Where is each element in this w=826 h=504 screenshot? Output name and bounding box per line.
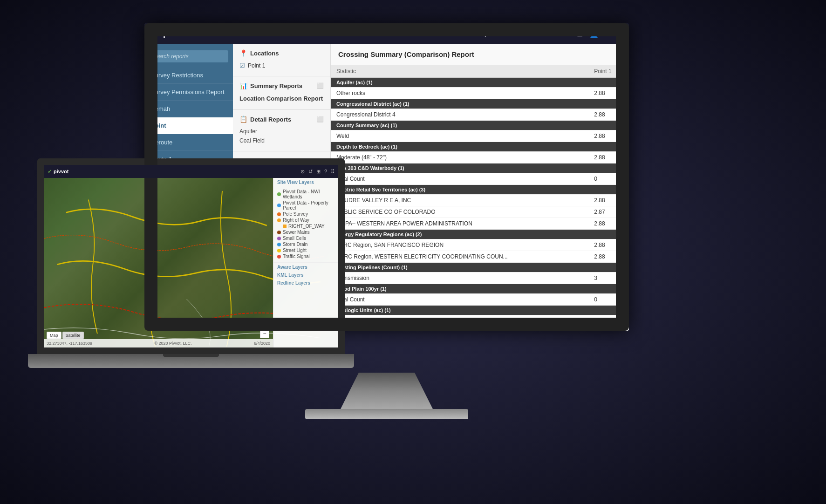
report-area: Crossing Summary (Comparison) Report Sta… [331, 44, 629, 331]
layer-street-light[interactable]: Street Light [277, 247, 334, 253]
laptop-screen: ✓ pivvot ⊙ ↺ ⊞ ? ⠿ [37, 158, 345, 354]
layer-label: Traffic Signal [283, 254, 310, 259]
table-row: POUDRE VALLEY R E A, INC2.88 [331, 195, 629, 206]
sidebar-item-survey-permissions[interactable]: Survey Permissions Report [144, 84, 233, 101]
table-row: shale2.88 [331, 315, 629, 327]
layer-dot [277, 231, 281, 234]
detail-item-aquifer[interactable]: Aquifer [239, 127, 324, 136]
map-container[interactable]: Layers Site View Layers Pivvot Data - NW… [44, 165, 338, 347]
locations-title: Locations [250, 50, 279, 57]
refresh-icon[interactable]: ↺ [564, 29, 570, 38]
table-cell-statistic: Congressional District 4 [331, 109, 588, 121]
table-row: PUBLIC SERVICE CO OF COLORADO2.87 [331, 206, 629, 218]
table-cell-value: 0 [588, 294, 629, 306]
layer-sewer-mains[interactable]: Sewer Mains [277, 229, 334, 235]
table-cell-value: 2.88 [588, 251, 629, 263]
layer-small-cells[interactable]: Small Cells [277, 235, 334, 241]
location-comparison-report-link[interactable]: Location Comparison Report [239, 93, 324, 104]
header-dropdown-icon[interactable]: ▼ [549, 30, 555, 37]
layer-label: Street Light [283, 248, 307, 253]
locations-section: 📍 Locations ☑ Point 1 [233, 44, 330, 76]
table-cell-value: 2.88 [588, 130, 629, 142]
search-reports-input[interactable]: search reports [149, 50, 228, 62]
fullscreen-icon[interactable]: ⊞ [577, 29, 583, 38]
zoom-in-button[interactable]: + [260, 319, 269, 328]
table-category-row: Aquifer (ac) (1) [331, 78, 629, 88]
layer-dot [277, 237, 281, 240]
laptop-header: ✓ pivvot ⊙ ↺ ⊞ ? ⠿ [44, 165, 338, 178]
table-cell-statistic: WAPA– WESTERN AREA POWER ADMINISTRATION [331, 218, 588, 230]
sidebar-item-survey-restrictions[interactable]: Survey Restrictions [144, 67, 233, 84]
logo-icon: ✓ [152, 27, 160, 40]
layer-row-sublabel: RIGHT_OF_WAY [277, 223, 334, 229]
table-cell-statistic: Other rocks [331, 88, 588, 99]
layer-right-of-way[interactable]: Right of Way [277, 217, 334, 223]
sidebar-item-kemah[interactable]: Kemah [144, 101, 233, 117]
header-icons: ↺ ⊞ 👤 ? ⠿ [564, 29, 621, 38]
laptop-fullscreen-icon[interactable]: ⊞ [316, 169, 321, 175]
table-row: NERC Region, WESTERN ELECTRICITY COORDIN… [331, 251, 629, 263]
map-copyright: © 2020 Pivvot, LLC. [154, 341, 191, 346]
table-cell-value: 2.88 [588, 239, 629, 251]
layer-label: Right of Way [283, 218, 309, 223]
location-item-point1[interactable]: ☑ Point 1 [239, 61, 324, 70]
kml-layers-header: KML Layers [273, 271, 338, 279]
locations-header: 📍 Locations [239, 49, 324, 57]
sidebar-item-reroute[interactable]: Reroute [144, 134, 233, 151]
table-cell-value: 2.88 [588, 218, 629, 230]
sidebar-item-point[interactable]: Point [144, 117, 233, 134]
layer-dot [277, 204, 281, 207]
table-category-row: Depth to Bedrock (ac) (1) [331, 142, 629, 152]
table-category-row: Energy Regulatory Regions (ac) (2) [331, 230, 629, 239]
table-cell-value: 2.88 [588, 109, 629, 121]
detail-reports-section: 📋 Detail Reports ⬜ Aquifer Coal Field [233, 110, 330, 151]
layer-dot [277, 212, 281, 216]
table-cell-value: 3 [588, 272, 629, 284]
table-row: Transmission3 [331, 272, 629, 284]
app-header: ✓ pivvot MidCon – Cheyenne Interconnect … [144, 23, 629, 44]
map-toggle-map[interactable]: Map [47, 332, 61, 339]
layer-nwi-wetlands[interactable]: Pivvot Data - NWI Wetlands [277, 189, 334, 200]
laptop-help-icon[interactable]: ? [324, 169, 327, 174]
table-row: FERC Region, SAN FRANCISCO REGION2.88 [331, 239, 629, 251]
table-cell-statistic: Transmission [331, 272, 588, 284]
summary-title: Summary Reports [250, 82, 302, 89]
laptop-refresh-icon[interactable]: ↺ [308, 169, 313, 175]
table-cell-statistic: Moderate (48" - 72") [331, 152, 588, 163]
table-cell-statistic: Total Count [331, 294, 588, 306]
zoom-out-button[interactable]: − [260, 329, 269, 338]
table-cell-statistic: POUDRE VALLEY R E A, INC [331, 195, 588, 206]
detail-export-icon[interactable]: ⬜ [317, 116, 324, 123]
table-category-row: Existing Pipelines (Count) (1) [331, 263, 629, 272]
table-cell-value: 0 [588, 173, 629, 185]
report-table: Statistic Point 1 Aquifer (ac) (1)Other … [331, 65, 629, 327]
layer-traffic-signal[interactable]: Traffic Signal [277, 253, 334, 259]
laptop-logo-text: pivvot [54, 169, 68, 174]
detail-reports-header: 📋 Detail Reports ⬜ [239, 116, 324, 123]
site-view-layers: Pivvot Data - NWI Wetlands Pivvot Data -… [273, 186, 338, 263]
layer-label: Pivvot Data - NWI Wetlands [283, 189, 334, 199]
summary-export-icon[interactable]: ⬜ [317, 82, 324, 89]
map-toggle-satellite[interactable]: Satellite [62, 332, 84, 339]
table-category-row: Congressional District (ac) (1) [331, 99, 629, 109]
layer-pole-survey[interactable]: Pole Survey [277, 211, 334, 217]
user-icon[interactable]: 👤 [589, 29, 599, 38]
locations-icon: 📍 [239, 49, 247, 57]
grid-icon[interactable]: ⠿ [616, 29, 621, 38]
detail-item-coalfield[interactable]: Coal Field [239, 136, 324, 145]
layer-property-parcel[interactable]: Pivvot Data - Property Parcel [277, 200, 334, 211]
laptop-header-icons: ⊙ ↺ ⊞ ? ⠿ [300, 169, 334, 175]
table-category-row: EPA 303 C&D Waterbody (1) [331, 163, 629, 173]
table-cell-value: 2.88 [588, 152, 629, 163]
laptop-grid-icon[interactable]: ⠿ [331, 169, 334, 175]
map-view-toggle: Map Satellite [47, 332, 84, 339]
map-zoom-controls: + − [260, 319, 269, 338]
summary-icon: 📊 [239, 82, 247, 89]
table-cell-statistic: Total Count [331, 173, 588, 185]
layer-label: Storm Drain [283, 242, 307, 247]
help-icon[interactable]: ? [605, 29, 609, 38]
col-statistic: Statistic [331, 65, 588, 78]
laptop-notch [163, 354, 219, 357]
layer-storm-drain[interactable]: Storm Drain [277, 241, 334, 247]
location-label: Point 1 [248, 62, 265, 69]
